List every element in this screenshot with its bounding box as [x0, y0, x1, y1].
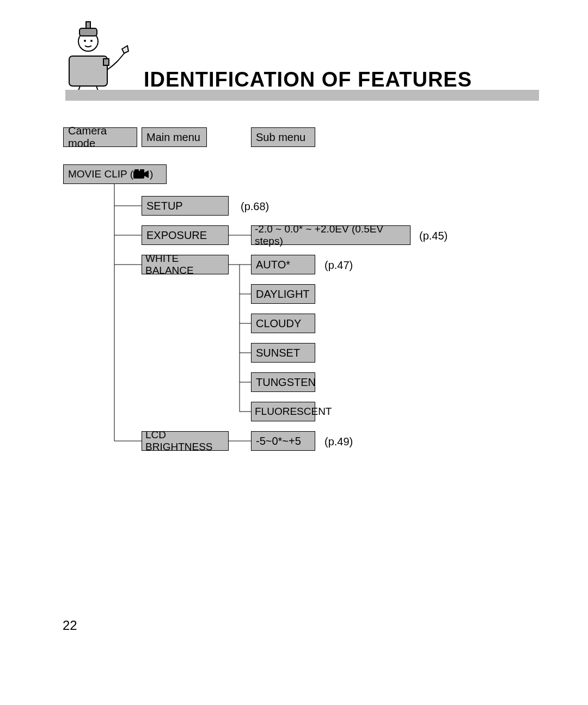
menu-exposure: EXPOSURE: [142, 225, 229, 245]
wb-daylight-text: DAYLIGHT: [256, 288, 310, 301]
wb-auto: AUTO*: [251, 255, 315, 274]
page-title: IDENTIFICATION OF FEATURES: [144, 68, 472, 91]
menu-setup: SETUP: [142, 196, 229, 216]
col-main-menu-label: Main menu: [146, 131, 200, 144]
mascot-illustration: [61, 15, 137, 102]
value-lcd: -5~0*~+5: [251, 431, 315, 451]
mode-prefix: MOVIE CLIP (: [68, 168, 133, 180]
svg-rect-0: [69, 56, 107, 86]
wb-tungsten: TUNGSTEN: [251, 372, 315, 392]
title-underline: [65, 90, 539, 101]
col-sub-menu: Sub menu: [251, 127, 315, 147]
mode-movie-clip: MOVIE CLIP ( ): [63, 164, 167, 184]
col-sub-menu-label: Sub menu: [256, 131, 305, 144]
wb-cloudy-text: CLOUDY: [256, 317, 301, 330]
wb-auto-text: AUTO*: [256, 259, 290, 271]
value-exposure-text: -2.0 ~ 0.0* ~ +2.0EV (0.5EV steps): [255, 223, 407, 247]
menu-lcd-label: LCD BRIGHTNESS: [145, 429, 225, 453]
pref-setup: (p.68): [241, 200, 269, 213]
wb-daylight: DAYLIGHT: [251, 284, 315, 304]
wb-sunset-text: SUNSET: [256, 347, 300, 359]
wb-cloudy: CLOUDY: [251, 314, 315, 333]
col-camera-mode: Camera mode: [63, 127, 137, 147]
movie-clip-icon: [133, 169, 150, 179]
menu-lcd-brightness: LCD BRIGHTNESS: [142, 431, 229, 451]
svg-point-8: [90, 40, 93, 42]
pref-wb: (p.47): [324, 259, 353, 272]
svg-rect-5: [79, 28, 97, 36]
wb-fluorescent: FLUORESCENT: [251, 402, 315, 421]
svg-rect-1: [103, 59, 109, 65]
wb-fluorescent-text: FLUORESCENT: [255, 406, 332, 418]
pref-exposure: (p.45): [419, 230, 448, 242]
menu-setup-label: SETUP: [146, 200, 183, 212]
svg-point-7: [84, 40, 86, 42]
value-exposure: -2.0 ~ 0.0* ~ +2.0EV (0.5EV steps): [251, 225, 411, 245]
col-camera-mode-label: Camera mode: [68, 125, 132, 150]
wb-tungsten-text: TUNGSTEN: [256, 376, 316, 389]
svg-marker-10: [144, 170, 149, 178]
menu-wb-label: WHITE BALANCE: [145, 253, 225, 277]
col-main-menu: Main menu: [142, 127, 207, 147]
svg-rect-6: [86, 22, 90, 28]
value-lcd-text: -5~0*~+5: [256, 435, 301, 447]
page-title-text: IDENTIFICATION OF FEATURES: [144, 68, 472, 91]
menu-exposure-label: EXPOSURE: [146, 229, 207, 242]
menu-white-balance: WHITE BALANCE: [142, 255, 229, 274]
page-number: 22: [63, 618, 77, 633]
pref-lcd: (p.49): [324, 436, 353, 448]
wb-sunset: SUNSET: [251, 343, 315, 363]
mode-suffix: ): [150, 168, 153, 180]
